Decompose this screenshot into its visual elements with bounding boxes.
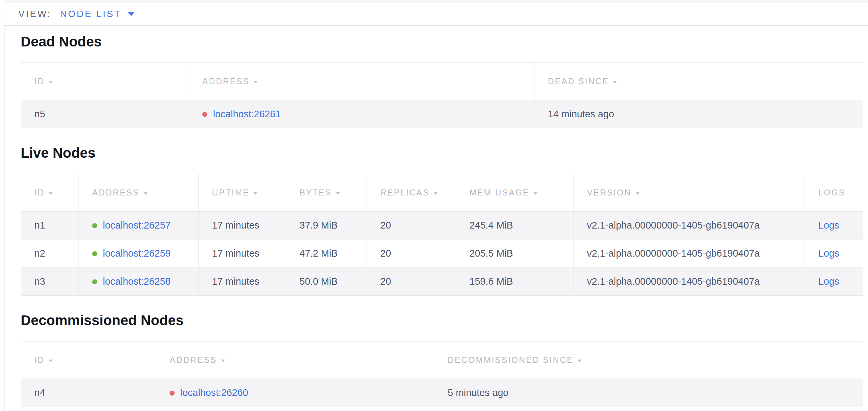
- column-header-label: ADDRESS: [202, 77, 250, 86]
- node-address-link[interactable]: localhost:26258: [103, 276, 170, 287]
- dead-nodes-table: IDADDRESSDEAD SINCEn5localhost:2626114 m…: [21, 62, 863, 128]
- cell-value: 20: [380, 220, 391, 231]
- sort-caret-icon: [533, 192, 537, 195]
- node-status-dot-decommissioned: [169, 391, 175, 395]
- cell-bytes: 47.2 MiB: [286, 240, 367, 268]
- cell-id: n5: [21, 100, 189, 128]
- cell-id: n4: [21, 379, 156, 407]
- sort-caret-icon: [49, 81, 53, 84]
- cell-id: n2: [21, 240, 79, 268]
- column-header-address[interactable]: ADDRESS: [189, 63, 534, 100]
- column-header-label: ID: [34, 355, 45, 364]
- cell-id: n3: [21, 268, 79, 296]
- sort-caret-icon: [336, 192, 340, 195]
- cell-address: localhost:26260: [156, 379, 434, 407]
- sort-caret-icon: [144, 192, 148, 195]
- cell-value: v2.1-alpha.00000000-1405-gb6190407a: [587, 220, 760, 231]
- column-header-label: DEAD SINCE: [548, 77, 609, 86]
- cell-value: 205.5 MiB: [469, 248, 513, 259]
- sort-caret-icon: [221, 359, 225, 362]
- node-status-dot-live: [92, 223, 97, 228]
- cell-replicas: 20: [367, 268, 456, 296]
- cell-value: n5: [34, 109, 45, 119]
- cell-uptime: 17 minutes: [199, 268, 286, 296]
- node-logs-link[interactable]: Logs: [818, 220, 839, 231]
- column-header-label: LOGS: [818, 188, 845, 197]
- cell-version: v2.1-alpha.00000000-1405-gb6190407a: [574, 240, 805, 268]
- column-header-label: ID: [34, 77, 45, 86]
- column-header-version[interactable]: VERSION: [574, 174, 805, 211]
- cell-replicas: 20: [367, 240, 456, 268]
- column-header-label: VERSION: [587, 188, 632, 197]
- cell-value: 17 minutes: [212, 248, 259, 259]
- column-header-address[interactable]: ADDRESS: [79, 174, 199, 211]
- cell-value: n1: [34, 220, 45, 231]
- decommissioned-nodes-table: IDADDRESSDECOMMISSIONED SINCEn4localhost…: [21, 341, 863, 407]
- column-header-label: UPTIME: [212, 188, 249, 197]
- table-row: n2localhost:2625917 minutes47.2 MiB20205…: [21, 240, 863, 268]
- dropdown-caret-icon: [127, 12, 135, 16]
- column-header-since[interactable]: DEAD SINCE: [534, 63, 863, 100]
- column-header-since[interactable]: DECOMMISSIONED SINCE: [434, 342, 863, 379]
- view-selected-value: NODE LIST: [60, 9, 122, 19]
- section-title-live: Live Nodes: [21, 145, 868, 161]
- column-header-mem_usage[interactable]: MEM USAGE: [456, 174, 574, 211]
- cell-bytes: 37.9 MiB: [286, 211, 367, 240]
- cell-value: 37.9 MiB: [300, 220, 338, 231]
- dead-nodes-section: Dead NodesIDADDRESSDEAD SINCEn5localhost…: [21, 34, 868, 128]
- cell-since: 5 minutes ago: [434, 379, 863, 407]
- cell-value: n3: [34, 276, 45, 287]
- cell-value: 245.4 MiB: [469, 220, 513, 231]
- cell-value: 20: [380, 276, 391, 287]
- section-title-dead: Dead Nodes: [21, 34, 868, 50]
- cell-replicas: 20: [367, 211, 456, 240]
- sort-caret-icon: [49, 359, 53, 362]
- cell-value: 17 minutes: [212, 220, 259, 231]
- cell-value: 159.6 MiB: [469, 276, 513, 287]
- column-header-bytes[interactable]: BYTES: [286, 174, 367, 211]
- decommissioned-nodes-section: Decommissioned NodesIDADDRESSDECOMMISSIO…: [21, 313, 868, 407]
- header-row: IDADDRESSDEAD SINCE: [21, 63, 863, 100]
- cell-value: v2.1-alpha.00000000-1405-gb6190407a: [587, 248, 760, 259]
- top-strip: [4, 0, 868, 3]
- cell-value: 5 minutes ago: [448, 387, 508, 398]
- sort-caret-icon: [613, 81, 617, 84]
- node-status-dot-dead: [202, 112, 207, 117]
- node-address-link[interactable]: localhost:26259: [103, 248, 170, 259]
- column-header-uptime[interactable]: UPTIME: [199, 174, 286, 211]
- column-header-label: REPLICAS: [380, 188, 430, 197]
- cell-uptime: 17 minutes: [199, 240, 286, 268]
- sort-caret-icon: [434, 192, 438, 195]
- cell-uptime: 17 minutes: [199, 211, 286, 240]
- column-header-label: ID: [34, 188, 45, 197]
- cell-value: n4: [34, 387, 45, 398]
- cell-value: 17 minutes: [212, 276, 259, 287]
- column-header-id[interactable]: ID: [21, 342, 156, 379]
- view-selector-dropdown[interactable]: NODE LIST: [60, 9, 135, 19]
- sort-caret-icon: [49, 192, 53, 195]
- cell-id: n1: [21, 211, 79, 240]
- node-address-link[interactable]: localhost:26261: [213, 109, 281, 119]
- column-header-label: MEM USAGE: [469, 188, 529, 197]
- section-title-decommissioned: Decommissioned Nodes: [21, 313, 868, 328]
- cell-value: 47.2 MiB: [300, 248, 338, 259]
- column-header-label: ADDRESS: [92, 188, 140, 197]
- column-header-id[interactable]: ID: [21, 174, 79, 211]
- cell-bytes: 50.0 MiB: [286, 268, 367, 296]
- cell-address: localhost:26261: [189, 100, 534, 128]
- header-row: IDADDRESSUPTIMEBYTESREPLICASMEM USAGEVER…: [21, 174, 863, 211]
- column-header-id[interactable]: ID: [21, 63, 189, 100]
- table-row: n4localhost:262605 minutes ago: [21, 379, 863, 407]
- column-header-replicas[interactable]: REPLICAS: [367, 174, 456, 211]
- node-list-content: Dead NodesIDADDRESSDEAD SINCEn5localhost…: [4, 26, 868, 411]
- column-header-address[interactable]: ADDRESS: [156, 342, 434, 379]
- cell-value: 20: [380, 248, 391, 259]
- node-address-link[interactable]: localhost:26260: [180, 387, 248, 398]
- live-nodes-table: IDADDRESSUPTIMEBYTESREPLICASMEM USAGEVER…: [21, 174, 863, 296]
- node-logs-link[interactable]: Logs: [818, 276, 839, 287]
- cell-address: localhost:26257: [79, 211, 199, 240]
- node-address-link[interactable]: localhost:26257: [103, 220, 170, 231]
- node-logs-link[interactable]: Logs: [818, 248, 839, 259]
- node-status-dot-live: [92, 280, 97, 284]
- sort-caret-icon: [578, 359, 582, 362]
